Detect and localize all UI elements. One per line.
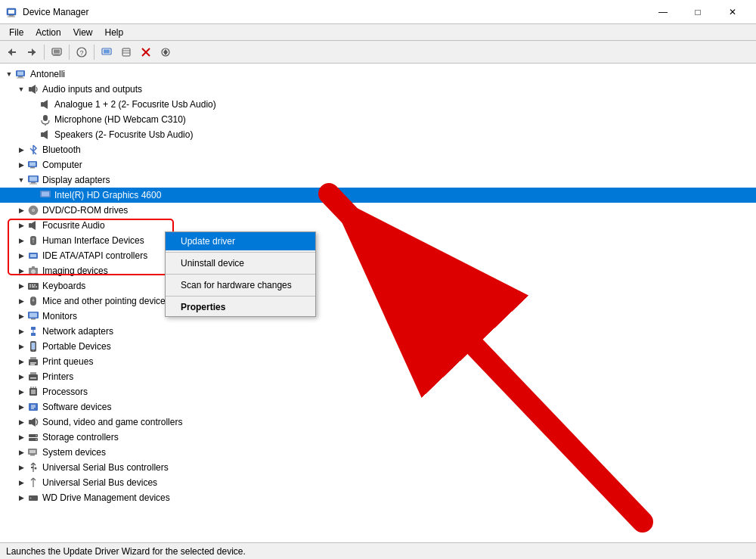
expander-usb-devices[interactable]: ▶ <box>15 477 27 489</box>
minimize-button[interactable]: — <box>646 0 680 24</box>
svg-rect-58 <box>29 284 31 286</box>
tree-item-imaging[interactable]: ▶ Imaging devices <box>0 263 756 278</box>
context-menu-update-driver[interactable]: Update driver <box>166 232 315 250</box>
tree-item-intel[interactable]: ▶ Intel(R) HD Graphics 4600 <box>0 188 756 203</box>
expander-mice[interactable]: ▶ <box>15 295 27 307</box>
tree-item-audio[interactable]: ▼ Audio inputs and outputs <box>0 82 756 97</box>
svg-rect-29 <box>41 102 44 107</box>
expander-bluetooth[interactable]: ▶ <box>15 144 27 156</box>
label-dvd: DVD/CD-ROM drives <box>42 205 128 216</box>
svg-rect-71 <box>31 333 36 336</box>
help-button[interactable]: ? <box>73 43 91 61</box>
svg-marker-48 <box>32 221 36 230</box>
tree-view[interactable]: ▼ Antonelli ▼ Audio inputs and outputs ▶… <box>0 64 756 542</box>
icon-system <box>27 446 39 458</box>
tree-item-root[interactable]: ▼ Antonelli <box>0 67 756 82</box>
expander-imaging[interactable]: ▶ <box>15 265 27 277</box>
tree-item-processors[interactable]: ▶ Processors <box>0 384 756 399</box>
svg-rect-3 <box>8 16 15 17</box>
menu-file[interactable]: File <box>3 26 29 39</box>
back-button[interactable] <box>3 43 21 61</box>
tree-item-system[interactable]: ▶ System devices <box>0 445 756 460</box>
expander-print-queues[interactable]: ▶ <box>15 356 27 368</box>
menu-help[interactable]: Help <box>99 26 130 39</box>
menu-action[interactable]: Action <box>29 26 67 39</box>
forward-button[interactable] <box>23 43 41 61</box>
expander-ide[interactable]: ▶ <box>15 250 27 262</box>
tree-item-speakers[interactable]: ▶ Speakers (2- Focusrite Usb Audio) <box>0 127 756 142</box>
expander-sound[interactable]: ▶ <box>15 416 27 428</box>
expander-root[interactable]: ▼ <box>3 68 15 80</box>
tree-item-keyboards[interactable]: ▶ Keyboards <box>0 278 756 293</box>
svg-point-96 <box>36 435 37 436</box>
context-menu-properties[interactable]: Properties <box>166 298 315 316</box>
tree-item-focusrite[interactable]: ▶ Focusrite Audio <box>0 218 756 233</box>
tree-item-sound[interactable]: ▶ Sound, video and game controllers <box>0 415 756 430</box>
svg-rect-77 <box>30 357 36 359</box>
close-button[interactable]: ✕ <box>715 0 750 24</box>
expander-printers[interactable]: ▶ <box>15 371 27 383</box>
label-processors: Processors <box>42 387 88 397</box>
label-wd: WD Drive Management devices <box>42 492 170 503</box>
tree-item-network[interactable]: ▶ Network adapters <box>0 324 756 339</box>
tree-item-analogue[interactable]: ▶ Analogue 1 + 2 (2- Focusrite Usb Audio… <box>0 97 756 112</box>
menu-view[interactable]: View <box>67 26 99 39</box>
label-print-queues: Print queues <box>42 356 93 367</box>
svg-rect-26 <box>17 78 24 79</box>
context-menu-uninstall[interactable]: Uninstall device <box>166 254 315 272</box>
context-menu-scan[interactable]: Scan for hardware changes <box>166 276 315 294</box>
expander-keyboards[interactable]: ▶ <box>15 280 27 292</box>
label-software: Software devices <box>42 402 111 412</box>
tree-item-storage[interactable]: ▶ Storage controllers <box>0 430 756 445</box>
tree-item-microphone[interactable]: ▶ Microphone (HD Webcam C310) <box>0 112 756 127</box>
expander-computer[interactable]: ▶ <box>15 159 27 171</box>
delete-button[interactable] <box>137 43 155 61</box>
expander-dvd[interactable]: ▶ <box>15 204 27 216</box>
svg-marker-30 <box>44 100 48 109</box>
icon-processors <box>27 386 39 398</box>
svg-rect-27 <box>29 87 32 92</box>
list-button[interactable] <box>117 43 135 61</box>
computer-button[interactable] <box>48 43 66 61</box>
expander-network[interactable]: ▶ <box>15 325 27 337</box>
tree-item-wd[interactable]: ▶ WD Drive Management devices <box>0 490 756 505</box>
svg-rect-24 <box>17 72 23 76</box>
monitor-button[interactable] <box>98 43 116 61</box>
expander-portable[interactable]: ▶ <box>15 340 27 352</box>
svg-rect-69 <box>31 318 36 320</box>
expander-usb-controllers[interactable]: ▶ <box>15 461 27 474</box>
expander-monitors[interactable]: ▶ <box>15 310 27 322</box>
expander-wd[interactable]: ▶ <box>15 492 27 504</box>
expander-software[interactable]: ▶ <box>15 401 27 413</box>
svg-point-55 <box>31 269 36 274</box>
expander-display[interactable]: ▼ <box>15 174 27 186</box>
label-ide: IDE ATA/ATAPI controllers <box>42 250 147 261</box>
svg-rect-47 <box>29 223 32 228</box>
tree-item-bluetooth[interactable]: ▶ Bluetooth <box>0 142 756 157</box>
tree-item-computer[interactable]: ▶ Computer <box>0 157 756 172</box>
tree-item-software[interactable]: ▶ Software devices <box>0 399 756 415</box>
icon-dvd <box>27 204 39 216</box>
tree-item-hid[interactable]: ▶ Human Interface Devices <box>0 233 756 248</box>
expander-processors[interactable]: ▶ <box>15 386 27 398</box>
icon-usb-devices <box>27 477 39 489</box>
tree-item-portable[interactable]: ▶ Portable Devices <box>0 339 756 354</box>
label-printers: Printers <box>42 371 73 382</box>
expander-hid[interactable]: ▶ <box>15 234 27 247</box>
tree-item-print-queues[interactable]: ▶ Print queues <box>0 354 756 369</box>
tree-item-ide[interactable]: ▶ IDE ATA/ATAPI controllers <box>0 248 756 263</box>
expander-audio[interactable]: ▼ <box>15 83 27 95</box>
expander-storage[interactable]: ▶ <box>15 431 27 443</box>
tree-item-usb-controllers[interactable]: ▶ Universal Serial Bus controllers <box>0 460 756 475</box>
tree-item-mice[interactable]: ▶ Mice and other pointing devices <box>0 293 756 309</box>
expander-system[interactable]: ▶ <box>15 446 27 458</box>
tree-item-display[interactable]: ▼ Display adapters <box>0 172 756 188</box>
icon-microphone <box>39 113 51 126</box>
maximize-button[interactable]: □ <box>680 0 715 24</box>
tree-item-dvd[interactable]: ▶ DVD/CD-ROM drives <box>0 203 756 218</box>
tree-item-printers[interactable]: ▶ Printers <box>0 369 756 384</box>
update-button[interactable] <box>156 43 175 61</box>
expander-focusrite[interactable]: ▶ <box>15 219 27 231</box>
tree-item-monitors[interactable]: ▶ Monitors <box>0 309 756 324</box>
tree-item-usb-devices[interactable]: ▶ Universal Serial Bus devices <box>0 475 756 490</box>
